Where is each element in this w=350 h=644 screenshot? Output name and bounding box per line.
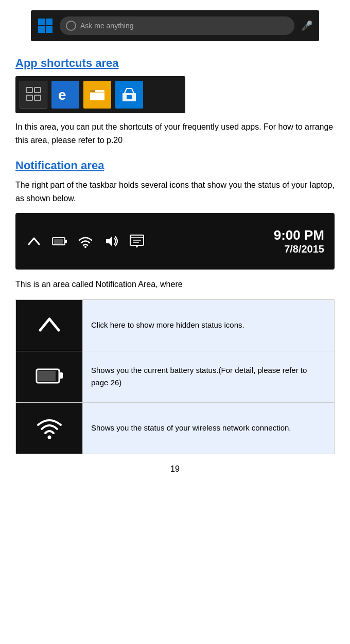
app-shortcuts-section: App shortcuts area e (15, 57, 335, 147)
chevron-up-table-icon (34, 309, 65, 339)
page-number: 19 (15, 464, 335, 474)
edge-icon-box: e (51, 81, 79, 109)
svg-rect-1 (34, 87, 41, 93)
wifi-description-text: Shows you the status of your wireless ne… (91, 423, 291, 432)
svg-rect-11 (127, 95, 132, 99)
store-icon-box (115, 81, 143, 109)
battery-notif-icon (51, 233, 68, 249)
wifi-description-cell: Shows you the status of your wireless ne… (83, 402, 335, 454)
wifi-table-icon (34, 412, 65, 442)
app-shortcuts-title: App shortcuts area (15, 57, 335, 70)
svg-text:e: e (58, 87, 66, 103)
wifi-notif-icon (77, 233, 94, 249)
notification-time: 9:00 PM (274, 227, 324, 243)
search-placeholder: Ask me anything (80, 22, 134, 30)
battery-table-icon (34, 360, 65, 391)
search-circle-icon (66, 21, 76, 31)
svg-point-15 (84, 246, 86, 248)
file-explorer-icon-box (83, 81, 111, 109)
table-row: Click here to show more hidden status ic… (16, 299, 335, 351)
svg-rect-3 (34, 95, 41, 100)
chevron-description-cell: Click here to show more hidden status ic… (83, 299, 335, 351)
file-explorer-icon (89, 86, 106, 103)
app-shortcuts-description: In this area, you can put the shortcuts … (15, 120, 335, 147)
svg-rect-21 (59, 372, 63, 379)
task-view-icon-box (20, 81, 47, 109)
notification-icons-group (26, 233, 145, 249)
notification-section: Notification area The right part of the … (15, 159, 335, 454)
top-taskbar-image: Ask me anything 🎤 (31, 10, 319, 41)
icon-description-table: Click here to show more hidden status ic… (15, 299, 335, 454)
search-bar: Ask me anything (60, 16, 294, 35)
edge-icon: e (56, 85, 75, 104)
chevron-up-notif-icon (26, 233, 42, 249)
notification-area-title: Notification area (15, 159, 335, 172)
notification-bar-image: 9:00 PM 7/8/2015 (15, 213, 335, 270)
notification-desc-2: This is an area called Notification Area… (15, 278, 335, 291)
table-row: Shows you the status of your wireless ne… (16, 402, 335, 454)
action-center-notif-icon (129, 233, 145, 249)
store-icon (120, 86, 138, 103)
app-shortcuts-bar: e (15, 76, 185, 113)
svg-rect-13 (65, 240, 67, 243)
microphone-icon: 🎤 (300, 19, 314, 33)
battery-description-cell: Shows you the current battery status.(Fo… (83, 351, 335, 402)
notification-datetime: 9:00 PM 7/8/2015 (274, 227, 324, 255)
table-row: Shows you the current battery status.(Fo… (16, 351, 335, 402)
notification-desc-1: The right part of the taskbar holds seve… (15, 178, 335, 205)
battery-description-text: Shows you the current battery status.(Fo… (91, 366, 307, 387)
svg-rect-9 (90, 92, 104, 100)
notification-date: 7/8/2015 (274, 243, 324, 255)
svg-rect-0 (26, 87, 32, 93)
chevron-description-text: Click here to show more hidden status ic… (91, 320, 244, 329)
svg-rect-14 (54, 239, 63, 244)
chevron-icon-cell (16, 299, 83, 351)
volume-notif-icon (103, 233, 119, 249)
svg-rect-2 (26, 95, 32, 100)
svg-rect-22 (38, 371, 56, 381)
wifi-icon-cell (16, 402, 83, 454)
svg-point-23 (47, 436, 51, 439)
task-view-icon (25, 86, 42, 103)
windows-icon (36, 16, 55, 35)
battery-icon-cell (16, 351, 83, 402)
